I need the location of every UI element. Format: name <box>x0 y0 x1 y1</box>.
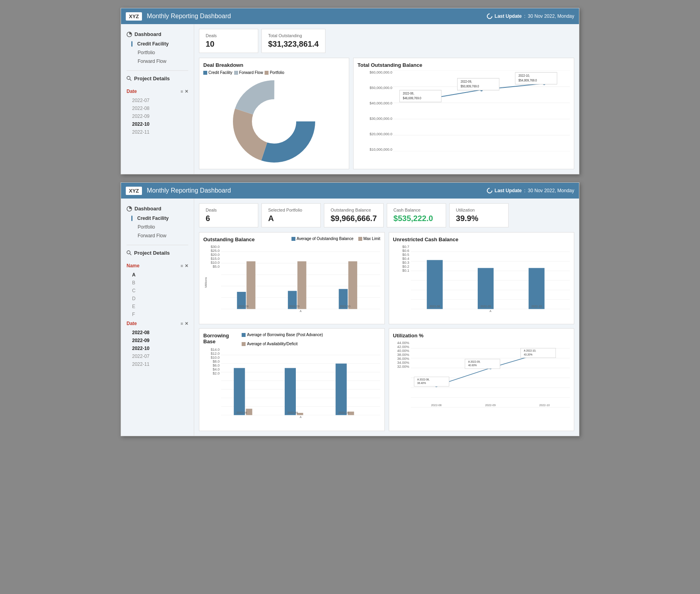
svg-point-6 <box>252 100 296 143</box>
date-item-2022-09-2[interactable]: 2022-09 <box>121 337 194 344</box>
svg-rect-66 <box>234 368 245 415</box>
sidebar-credit-facility-label-2: Credit Facility <box>137 216 168 221</box>
pie-chart-icon-2 <box>127 206 132 212</box>
ob-legend-max: Max Limit <box>358 236 380 241</box>
cash-balance-card: Cash Balance $535,222.0 <box>387 203 446 227</box>
bb-availability-label: Average of Availability/Deficit <box>247 342 297 346</box>
utilization-chart-card: Utilization % 44.00% 42.00% 40.00% 38.00… <box>389 328 575 431</box>
last-update-label-1: Last Update <box>495 13 522 19</box>
svg-text:2022-10: 2022-10 <box>531 305 542 308</box>
name-item-C[interactable]: C <box>121 287 194 295</box>
date-filter-header-2: Date ≡ ✕ <box>121 318 194 329</box>
svg-text:$50,809,769.0: $50,809,769.0 <box>461 84 479 88</box>
ob-legend-avg: Average of Outstanding Balance <box>291 236 354 241</box>
sidebar-item-credit-facility-2[interactable]: Credit Facility <box>127 214 188 223</box>
sidebar-forward-flow-label-1: Forward Flow <box>138 59 166 64</box>
svg-rect-53 <box>528 268 544 309</box>
filter-clear-icon-1[interactable]: ✕ <box>185 89 188 94</box>
name-item-F[interactable]: F <box>121 310 194 318</box>
total-outstanding-card-1: Total Outstanding $31,323,861.4 <box>261 29 325 53</box>
ob-y-tick-label: Millions <box>204 277 208 288</box>
svg-text:A: A <box>300 309 302 313</box>
svg-text:A: A <box>490 309 492 313</box>
date-item-2022-11-2[interactable]: 2022-11 <box>121 360 194 368</box>
ob-avg-label: Average of Outstanding Balance <box>297 236 354 241</box>
borrowing-base-title: Borrowing Base <box>203 333 242 344</box>
last-update-label-2: Last Update <box>495 188 522 193</box>
legend-forward-flow: Forward Flow <box>234 70 263 75</box>
total-outstanding-balance-title: Total Outstanding Balance <box>358 62 570 68</box>
bb-chart-header: Borrowing Base Average of Borrowing Base… <box>203 333 380 348</box>
date-item-2022-07-2[interactable]: 2022-07 <box>121 352 194 360</box>
sidebar-forward-flow-label-2: Forward Flow <box>138 233 166 238</box>
sidebar-item-portfolio-1[interactable]: Portfolio <box>127 48 188 57</box>
deals-value-2: 6 <box>206 214 252 223</box>
date-item-2022-10-2[interactable]: 2022-10 <box>121 344 194 352</box>
utilization-value: 39.9% <box>456 214 502 223</box>
stats-row-2: Deals 6 Selected Portfolio A Outstanding… <box>199 203 574 227</box>
filter-list-icon-1[interactable]: ≡ <box>181 89 183 94</box>
deals-label-2: Deals <box>206 208 252 212</box>
date-item-2022-09-1[interactable]: 2022-09 <box>121 112 194 120</box>
date-item-2022-08-1[interactable]: 2022-08 <box>121 104 194 112</box>
sidebar-item-forward-flow-2[interactable]: Forward Flow <box>127 231 188 240</box>
project-details-label-1: Project Details <box>134 76 170 81</box>
bb-y-axis: $14.0 $12.0 $10.0 $8.0 $6.0 $4.0 $2.0 <box>203 348 221 427</box>
svg-text:A 2022-10,: A 2022-10, <box>524 349 536 352</box>
svg-text:2022-09: 2022-09 <box>485 403 496 407</box>
logo-1: XYZ <box>126 12 142 21</box>
unrestricted-cash-title: Unrestricted Cash Balance <box>393 236 570 242</box>
date-item-2022-11-1[interactable]: 2022-11 <box>121 128 194 136</box>
last-update-value-2: 30 Nov 2022, Monday <box>528 188 574 193</box>
deal-breakdown-legend: Credit Facility Forward Flow Portfolio <box>203 70 345 75</box>
window-1: XYZ Monthly Reporting Dashboard Last Upd… <box>121 8 579 174</box>
sidebar-portfolio-label-2: Portfolio <box>138 224 155 230</box>
date-filter-header-1: Date ≡ ✕ <box>121 86 194 96</box>
sidebar-1: Dashboard Credit Facility Portfolio Forw… <box>121 24 194 174</box>
name-item-E[interactable]: E <box>121 303 194 310</box>
utilization-chart-title: Utilization % <box>393 333 570 339</box>
name-item-A[interactable]: A <box>121 271 194 279</box>
util-chart-body: 44.00% 42.00% 40.00% 38.00% 36.00% 34.00… <box>393 341 570 420</box>
svg-text:36.40%: 36.40% <box>417 382 426 384</box>
selected-portfolio-card: Selected Portfolio A <box>261 203 321 227</box>
name-filter-clear-icon-2[interactable]: ✕ <box>185 263 188 269</box>
name-filter-list-icon-2[interactable]: ≡ <box>181 263 183 269</box>
bb-sq-borrowing <box>242 333 246 337</box>
sidebar-item-credit-facility-1[interactable]: Credit Facility <box>127 40 188 48</box>
date-filter-clear-icon-2[interactable]: ✕ <box>185 321 188 326</box>
date-item-2022-07-1[interactable]: 2022-07 <box>121 96 194 104</box>
svg-rect-51 <box>427 260 443 309</box>
y-tick-20m: $20,000,000.0 <box>358 132 392 136</box>
sidebar-credit-facility-label-1: Credit Facility <box>137 41 168 47</box>
date-item-2022-08-2[interactable]: 2022-08 <box>121 329 194 337</box>
sidebar-divider-1 <box>127 70 188 71</box>
line-chart-svg: 2022-08, $46,699,769.0 2022-09, $50,809,… <box>393 70 570 151</box>
last-update-value-1: 30 Nov 2022, Monday <box>528 13 574 19</box>
svg-text:40.00%: 40.00% <box>468 364 477 367</box>
svg-rect-35 <box>247 261 256 309</box>
sidebar-item-portfolio-2[interactable]: Portfolio <box>127 223 188 231</box>
deal-breakdown-title: Deal Breakdown <box>203 62 345 68</box>
util-y-axis: 44.00% 42.00% 40.00% 38.00% 36.00% 34.00… <box>393 341 411 420</box>
date-item-2022-10-1[interactable]: 2022-10 <box>121 120 194 128</box>
logo-2: XYZ <box>126 187 142 195</box>
content-1: Deals 10 Total Outstanding $31,323,861.4… <box>194 24 579 174</box>
deals-label-1: Deals <box>206 33 252 38</box>
charts-row-1: Deal Breakdown Credit Facility Forward F… <box>199 58 574 169</box>
y-tick-50m: $50,000,000.0 <box>358 86 392 90</box>
bb-legend-availability: Average of Availability/Deficit <box>242 342 297 346</box>
date-filter-list-icon-2[interactable]: ≡ <box>181 321 183 326</box>
bb-sq-availability <box>242 342 246 346</box>
sidebar-item-forward-flow-1[interactable]: Forward Flow <box>127 57 188 66</box>
stats-row-1: Deals 10 Total Outstanding $31,323,861.4 <box>199 29 574 53</box>
svg-text:2022-09,: 2022-09, <box>461 79 472 83</box>
svg-text:$54,809,769.0: $54,809,769.0 <box>518 78 537 82</box>
name-item-B[interactable]: B <box>121 279 194 287</box>
svg-text:2022-08: 2022-08 <box>429 305 440 308</box>
legend-sq-portfolio <box>265 71 269 75</box>
svg-text:2022-09: 2022-09 <box>289 305 300 308</box>
header-bar-2: XYZ Monthly Reporting Dashboard Last Upd… <box>121 183 579 199</box>
deal-breakdown-card: Deal Breakdown Credit Facility Forward F… <box>199 58 349 169</box>
name-item-D[interactable]: D <box>121 295 194 303</box>
